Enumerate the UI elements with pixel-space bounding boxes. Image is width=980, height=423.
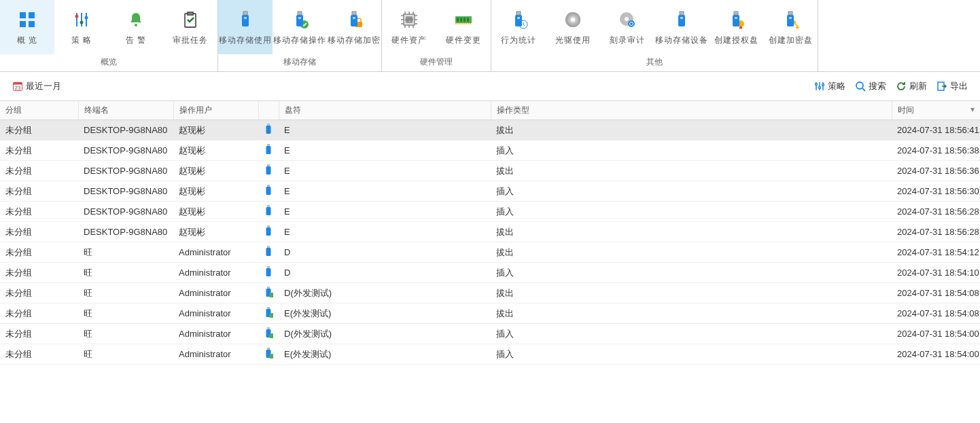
cell-time: 2024-07-31 18:56:38 bbox=[892, 141, 980, 161]
cell-time: 2024-07-31 18:56:41 bbox=[892, 120, 980, 141]
svg-rect-15 bbox=[296, 15, 303, 26]
date-filter-button[interactable]: 23 最近一月 bbox=[12, 80, 61, 92]
ribbon-usb-enc[interactable]: 移动存储加密 bbox=[327, 0, 381, 54]
ribbon-policy[interactable]: 策 略 bbox=[54, 0, 109, 54]
ribbon-burn-audit[interactable]: 刻录审计 bbox=[600, 0, 654, 54]
svg-rect-46 bbox=[735, 17, 737, 19]
usb-icon bbox=[264, 144, 273, 157]
usb-icon bbox=[264, 185, 273, 198]
svg-point-37 bbox=[625, 17, 629, 21]
cell-drive: E bbox=[279, 141, 491, 161]
svg-rect-42 bbox=[680, 17, 683, 19]
ribbon-label: 策 略 bbox=[71, 35, 92, 46]
svg-rect-59 bbox=[267, 124, 270, 126]
svg-rect-64 bbox=[266, 166, 271, 174]
col-user[interactable]: 操作用户 bbox=[173, 101, 258, 120]
table-row[interactable]: 未分组 DESKTOP-9G8NA80 赵现彬 E 拔出 2024-07-31 … bbox=[0, 120, 980, 141]
cell-drive: E bbox=[279, 161, 491, 181]
search-icon bbox=[855, 81, 866, 92]
svg-point-57 bbox=[856, 82, 863, 89]
ribbon-alert[interactable]: 告 警 bbox=[109, 0, 163, 54]
ribbon-group: 行为统计光驱使用刻录审计移动存储设备创建授权盘创建加密盘其他 bbox=[491, 0, 818, 71]
cell-drive: D bbox=[279, 263, 491, 283]
cell-icon bbox=[258, 344, 279, 365]
cell-user: Administrator bbox=[173, 304, 258, 324]
refresh-button[interactable]: 刷新 bbox=[896, 80, 927, 92]
cell-icon bbox=[258, 181, 279, 202]
svg-rect-62 bbox=[266, 146, 271, 154]
cpu-icon: CPU bbox=[398, 9, 420, 31]
col-time[interactable]: 时间▾ bbox=[892, 101, 980, 120]
table-row[interactable]: 未分组 旺 Administrator D 插入 2024-07-31 18:5… bbox=[0, 263, 980, 283]
svg-rect-41 bbox=[678, 15, 685, 26]
svg-rect-45 bbox=[733, 15, 739, 26]
cell-drive: E bbox=[279, 222, 491, 242]
col-group[interactable]: 分组 bbox=[0, 101, 78, 120]
ribbon-label: 移动存储操作 bbox=[273, 35, 326, 46]
cell-group: 未分组 bbox=[0, 242, 78, 263]
cell-drive: E bbox=[279, 120, 491, 141]
cell-user: Administrator bbox=[173, 242, 258, 263]
usb-icon bbox=[264, 124, 273, 136]
cell-drive: D(外发测试) bbox=[279, 324, 491, 344]
col-icon[interactable] bbox=[258, 101, 279, 120]
col-terminal[interactable]: 终端名 bbox=[78, 101, 173, 120]
ribbon-usb-use[interactable]: 移动存储使用 bbox=[218, 0, 273, 54]
policy-button[interactable]: 策略 bbox=[814, 80, 845, 92]
cell-time: 2024-07-31 18:54:08 bbox=[892, 304, 980, 324]
col-optype[interactable]: 操作类型 bbox=[491, 101, 892, 120]
col-drive[interactable]: 盘符 bbox=[279, 101, 491, 120]
ribbon-behavior[interactable]: 行为统计 bbox=[491, 0, 546, 54]
ribbon-auth-disk[interactable]: 创建授权盘 bbox=[709, 0, 763, 54]
search-button[interactable]: 搜索 bbox=[855, 80, 886, 92]
svg-rect-30 bbox=[517, 12, 521, 15]
table-row[interactable]: 未分组 旺 Administrator D 拔出 2024-07-31 18:5… bbox=[0, 242, 980, 263]
export-button[interactable]: 导出 bbox=[937, 80, 968, 92]
cell-icon bbox=[258, 120, 279, 141]
usb-blue-icon bbox=[234, 9, 256, 31]
svg-rect-9 bbox=[188, 12, 193, 15]
ribbon-label: 行为统计 bbox=[501, 35, 536, 46]
table-row[interactable]: 未分组 DESKTOP-9G8NA80 赵现彬 E 拔出 2024-07-31 … bbox=[0, 222, 980, 242]
cell-group: 未分组 bbox=[0, 304, 78, 324]
ribbon-cd-use[interactable]: 光驱使用 bbox=[546, 0, 600, 54]
ribbon-enc-disk[interactable]: 创建加密盘 bbox=[763, 0, 818, 54]
ribbon-hw-asset[interactable]: CPU硬件资产 bbox=[382, 0, 436, 54]
cell-terminal: DESKTOP-9G8NA80 bbox=[78, 181, 173, 202]
cell-icon bbox=[258, 141, 279, 161]
table-row[interactable]: 未分组 DESKTOP-9G8NA80 赵现彬 E 插入 2024-07-31 … bbox=[0, 202, 980, 222]
sliders-icon bbox=[71, 9, 92, 31]
ribbon-overview[interactable]: 概 览 bbox=[0, 0, 54, 54]
usb-icon bbox=[264, 307, 273, 320]
svg-rect-73 bbox=[267, 266, 270, 268]
cell-time: 2024-07-31 18:56:28 bbox=[892, 222, 980, 242]
cell-icon bbox=[258, 161, 279, 181]
svg-rect-71 bbox=[267, 246, 270, 248]
svg-point-4 bbox=[75, 14, 79, 18]
table-row[interactable]: 未分组 旺 Administrator E(外发测试) 拔出 2024-07-3… bbox=[0, 304, 980, 324]
toolbar: 23 最近一月 策略 搜索 刷新 导出 bbox=[0, 72, 980, 100]
table-row[interactable]: 未分组 旺 Administrator D(外发测试) 插入 2024-07-3… bbox=[0, 324, 980, 344]
table-row[interactable]: 未分组 DESKTOP-9G8NA80 赵现彬 E 拔出 2024-07-31 … bbox=[0, 161, 980, 181]
svg-rect-2 bbox=[20, 21, 26, 27]
ribbon-usb-op[interactable]: 移动存储操作 bbox=[273, 0, 327, 54]
svg-rect-74 bbox=[266, 268, 271, 276]
svg-rect-50 bbox=[789, 17, 792, 19]
ribbon-label: 创建授权盘 bbox=[714, 35, 758, 46]
ribbon-hw-change[interactable]: 硬件变更 bbox=[436, 0, 491, 54]
svg-rect-14 bbox=[298, 12, 302, 15]
ribbon-usb-dev[interactable]: 移动存储设备 bbox=[654, 0, 709, 54]
cell-user: 赵现彬 bbox=[173, 222, 258, 242]
svg-rect-28 bbox=[467, 18, 469, 22]
table-row[interactable]: 未分组 DESKTOP-9G8NA80 赵现彬 E 插入 2024-07-31 … bbox=[0, 181, 980, 202]
ribbon-approval[interactable]: 审批任务 bbox=[163, 0, 217, 54]
table-row[interactable]: 未分组 DESKTOP-9G8NA80 赵现彬 E 插入 2024-07-31 … bbox=[0, 141, 980, 161]
table-row[interactable]: 未分组 旺 Administrator E(外发测试) 插入 2024-07-3… bbox=[0, 344, 980, 365]
cell-terminal: DESKTOP-9G8NA80 bbox=[78, 202, 173, 222]
cell-time: 2024-07-31 18:54:08 bbox=[892, 283, 980, 304]
svg-rect-65 bbox=[267, 185, 270, 187]
usb-icon bbox=[264, 164, 273, 177]
table-row[interactable]: 未分组 旺 Administrator D(外发测试) 拔出 2024-07-3… bbox=[0, 283, 980, 304]
ribbon-label: 概 览 bbox=[17, 35, 37, 46]
svg-point-54 bbox=[816, 84, 818, 86]
